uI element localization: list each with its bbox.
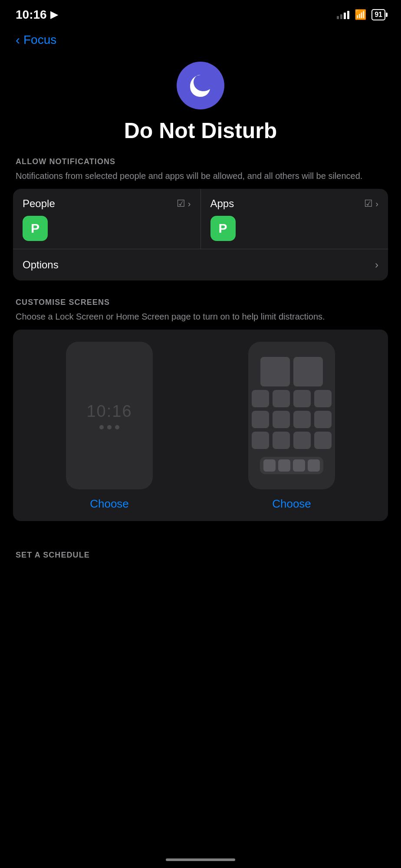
battery-indicator: 91 — [371, 9, 385, 20]
home-dock — [260, 457, 323, 474]
people-label: People — [23, 198, 55, 210]
allow-notifications-description: Notifications from selected people and a… — [13, 170, 388, 182]
set-schedule-section: SET A SCHEDULE — [0, 538, 401, 560]
people-action: ☑ › — [177, 198, 191, 209]
dock-app-2 — [278, 459, 290, 472]
notifications-top-row: People ☑ › P Apps ☑ › — [13, 189, 388, 249]
apps-chevron-icon: › — [375, 199, 378, 209]
page-title: Do Not Disturb — [124, 118, 277, 143]
home-screen-item: Choose — [205, 342, 378, 511]
lock-screen-item: 10:16 Choose — [23, 342, 196, 511]
home-grid-app-7 — [293, 411, 311, 428]
wifi-icon: 📶 — [355, 9, 366, 20]
home-grid-app-1 — [252, 390, 269, 407]
lock-screen-preview: 10:16 — [66, 342, 153, 489]
shield-check-people-icon: ☑ — [177, 198, 185, 209]
signal-icon — [337, 10, 349, 19]
schedule-label: SET A SCHEDULE — [13, 551, 388, 560]
nav-back[interactable]: ‹ Focus — [0, 26, 401, 51]
back-label: Focus — [23, 33, 56, 47]
allow-notifications-header: ALLOW NOTIFICATIONS — [13, 157, 388, 166]
lock-dot-2 — [107, 425, 112, 429]
dock-app-3 — [293, 459, 305, 472]
screens-row: 10:16 Choose — [23, 342, 378, 511]
home-grid-app-5 — [252, 411, 269, 428]
home-grid-app-12 — [314, 432, 332, 449]
home-indicator — [166, 858, 235, 861]
home-grid-app-4 — [314, 390, 332, 407]
home-grid-app-6 — [273, 411, 290, 428]
options-chevron-icon: › — [375, 259, 378, 271]
lock-screen-dots — [99, 425, 119, 429]
moon-svg-icon — [187, 72, 214, 99]
apps-cell-header: Apps ☑ › — [210, 198, 379, 210]
notifications-card: People ☑ › P Apps ☑ › — [13, 189, 388, 281]
options-label: Options — [23, 259, 59, 271]
shield-check-apps-icon: ☑ — [364, 198, 373, 209]
status-bar: 10:16 ▶ 📶 91 — [0, 0, 401, 26]
dock-app-4 — [308, 459, 320, 472]
customise-screens-section: CUSTOMISE SCREENS Choose a Lock Screen o… — [0, 298, 401, 521]
location-icon: ▶ — [50, 9, 58, 20]
status-time: 10:16 ▶ — [16, 8, 58, 22]
battery-level: 91 — [375, 11, 382, 19]
back-chevron-icon: ‹ — [16, 33, 20, 46]
options-row[interactable]: Options › — [13, 249, 388, 281]
customise-card: 10:16 Choose — [13, 330, 388, 521]
customise-screens-header: CUSTOMISE SCREENS — [13, 298, 388, 307]
home-grid-app-9 — [252, 432, 269, 449]
home-grid-app-8 — [314, 411, 332, 428]
home-grid-app-2 — [273, 390, 290, 407]
home-top-apps — [260, 357, 323, 386]
people-cell-header: People ☑ › — [23, 198, 191, 210]
customise-screens-description: Choose a Lock Screen or Home Screen page… — [13, 310, 388, 323]
home-grid-app-10 — [273, 432, 290, 449]
people-icon-letter: P — [31, 221, 39, 236]
home-grid-row-1 — [252, 390, 332, 407]
home-grid-row-3 — [252, 432, 332, 449]
home-grid-row-2 — [252, 411, 332, 428]
home-grid-app-11 — [293, 432, 311, 449]
people-app-icon: P — [23, 216, 48, 241]
home-app-large-1 — [260, 357, 290, 386]
apps-icon-letter: P — [218, 221, 227, 236]
dock-app-1 — [263, 459, 276, 472]
people-cell[interactable]: People ☑ › P — [13, 189, 201, 249]
apps-app-icon: P — [210, 216, 236, 241]
status-icons: 📶 91 — [337, 9, 385, 20]
lock-screen-time: 10:16 — [86, 402, 132, 421]
dnd-icon — [177, 62, 224, 109]
home-app-large-2 — [293, 357, 323, 386]
page-header: Do Not Disturb — [0, 51, 401, 157]
lock-screen-choose-button[interactable]: Choose — [90, 497, 129, 511]
apps-action: ☑ › — [364, 198, 378, 209]
people-chevron-icon: › — [188, 199, 191, 209]
apps-label: Apps — [210, 198, 234, 210]
home-screen-choose-button[interactable]: Choose — [272, 497, 311, 511]
lock-dot-1 — [99, 425, 104, 429]
time-display: 10:16 — [16, 8, 47, 22]
apps-cell[interactable]: Apps ☑ › P — [201, 189, 388, 249]
home-grid-app-3 — [293, 390, 311, 407]
allow-notifications-section: ALLOW NOTIFICATIONS Notifications from s… — [0, 157, 401, 281]
home-screen-preview — [248, 342, 335, 489]
lock-dot-3 — [115, 425, 119, 429]
